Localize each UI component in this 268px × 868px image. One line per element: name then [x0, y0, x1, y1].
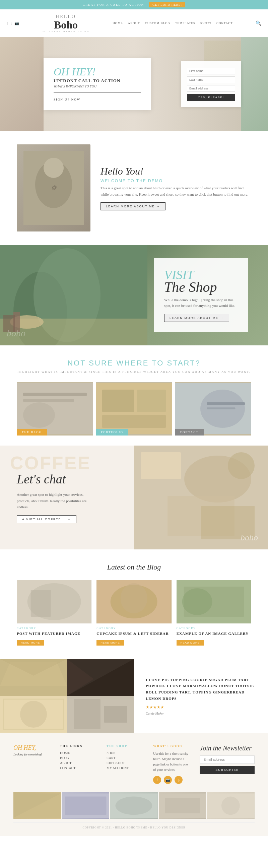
widget-contact-svg: [175, 382, 251, 435]
footer-link-about[interactable]: ABOUT: [60, 761, 96, 765]
widget-blog[interactable]: THE BLOG: [17, 382, 93, 435]
hero-overlay: OH HEY! Upfront call to action WHAT'S IM…: [43, 58, 151, 110]
widget-portfolio-svg: [96, 382, 172, 435]
blog-read-more-2[interactable]: READ MORE: [96, 640, 124, 646]
blog-post-title-2: CUPCAKE IPSUM & LEFT SIDEBAR: [96, 631, 171, 636]
svg-point-37: [182, 588, 212, 615]
nav-shop[interactable]: SHOP▾: [200, 22, 211, 25]
footer-link-contact[interactable]: CONTACT: [60, 766, 96, 770]
blog-grid: CATEGORY POST WITH FEATURED IMAGE READ M…: [17, 580, 251, 646]
testimonial-section: I LOVE PIE TOPPING COOKIE SUGAR PLUM TAR…: [0, 659, 268, 733]
about-image: ✿: [17, 145, 90, 231]
widgets-grid: THE BLOG PORTFOLIO: [17, 382, 251, 435]
testimonial-image-3: [0, 696, 67, 733]
nav-about[interactable]: ABOUT: [128, 22, 140, 25]
lets-chat-section: COFFEE Let's chat Another great spot to …: [0, 445, 268, 550]
site-logo[interactable]: HELLO Boho GO EVERY OTHER THING: [42, 13, 90, 33]
widget-contact[interactable]: CONTACT: [175, 382, 251, 435]
testimonial-author: Candy Maker: [146, 712, 256, 715]
footer-newsletter-col: Join the Newsletter Subscribe: [200, 744, 255, 784]
boho-watermark-chat: boho: [241, 533, 258, 543]
not-sure-section: NOT SURE WHERE TO START? HIGHLIGHT WHAT …: [0, 345, 268, 445]
svg-rect-57: [165, 798, 200, 814]
blog-card-1: CATEGORY POST WITH FEATURED IMAGE READ M…: [17, 580, 91, 646]
nav-contact[interactable]: CONTACT: [216, 22, 233, 25]
about-photo-svg: ✿: [24, 151, 84, 225]
blog-image-1: [17, 580, 91, 623]
footer-checkout-link[interactable]: CHECKOUT: [107, 761, 143, 765]
testimonial-text: I LOVE PIE TOPPING COOKIE SUGAR PLUM TAR…: [146, 677, 256, 702]
footer-thumb-2: [62, 792, 110, 819]
first-name-input[interactable]: [187, 68, 235, 74]
about-content: Hello You! WELCOME TO THE DEMO This is a…: [100, 165, 251, 210]
nav-home[interactable]: HOME: [113, 22, 123, 25]
testimonial-stars: ★★★★★: [146, 705, 256, 710]
banner-text: GREAT FOR A CALL TO ACTION: [83, 3, 144, 6]
banner-cta-button[interactable]: Get Boho Here!: [149, 2, 185, 7]
nav-custom-blog[interactable]: CUSTOM BLOG: [145, 22, 170, 25]
shop-description: While the demo is highlighting the shop …: [164, 297, 238, 309]
blog-read-more-1[interactable]: READ MORE: [17, 640, 44, 646]
svg-rect-16: [102, 390, 134, 412]
blog-read-more-3[interactable]: READ MORE: [177, 640, 204, 646]
newsletter-subscribe-button[interactable]: Subscribe: [200, 766, 255, 774]
search-icon[interactable]: 🔍: [256, 21, 261, 26]
hero-image-right: [241, 37, 268, 131]
logo-hello: HELLO Boho: [42, 13, 90, 30]
widget-portfolio[interactable]: PORTFOLIO: [96, 382, 172, 435]
svg-rect-24: [141, 452, 181, 479]
tl-svg-3: [0, 696, 67, 733]
footer-link-blog[interactable]: BLOG: [60, 756, 96, 760]
blog-post-title-3: EXAMPLE OF AN IMAGE GALLERY: [177, 631, 251, 636]
footer-thumb-3: [110, 792, 158, 819]
blog-svg-1: [17, 580, 91, 623]
nav-social-icons: f t 📷: [7, 21, 19, 26]
shop-section: VISIT The Shop While the demo is highlig…: [0, 245, 268, 345]
shop-learn-more-button[interactable]: LEARN MORE ABOUT ME →: [164, 314, 229, 322]
about-learn-more-button[interactable]: LEARN MORE ABOUT ME →: [100, 203, 166, 210]
last-name-input[interactable]: [187, 76, 235, 83]
newsletter-title: Join the Newsletter: [200, 744, 255, 752]
footer-instagram-icon[interactable]: 📷: [164, 776, 172, 784]
blog-post-title-1: POST WITH FEATURED IMAGE: [17, 631, 91, 636]
svg-point-34: [121, 583, 147, 613]
twitter-icon[interactable]: t: [11, 21, 12, 26]
footer-thumb-svg-5: [207, 792, 255, 819]
logo-tagline: GO EVERY OTHER THING: [42, 30, 90, 33]
nav-links: HOME ABOUT CUSTOM BLOG TEMPLATES SHOP▾ C…: [113, 22, 233, 25]
sign-up-link[interactable]: SIGN UP NOW: [54, 98, 80, 101]
facebook-icon[interactable]: f: [7, 21, 8, 26]
footer-link-home[interactable]: HOME: [60, 751, 96, 755]
svg-rect-53: [65, 797, 106, 815]
about-subtitle: WELCOME TO THE DEMO: [100, 179, 251, 183]
hero-submit-button[interactable]: YES, PLEASE!: [187, 94, 235, 101]
newsletter-email-input[interactable]: [200, 755, 255, 764]
email-input[interactable]: [187, 85, 235, 92]
footer-shop-col: THE SHOP SHOP CART CHECKOUT MY ACCOUNT: [107, 744, 143, 784]
svg-rect-21: [207, 402, 245, 405]
chat-title: Let's chat: [17, 472, 97, 487]
testimonial-image-2: [67, 659, 134, 696]
footer-myaccount-link[interactable]: MY ACCOUNT: [107, 766, 143, 770]
svg-rect-22: [207, 407, 236, 409]
testimonial-content: I LOVE PIE TOPPING COOKIE SUGAR PLUM TAR…: [134, 659, 268, 733]
svg-point-55: [116, 797, 152, 815]
boho-watermark: boho: [7, 328, 26, 339]
footer-pinterest-icon[interactable]: p: [175, 776, 183, 784]
footer-facebook-icon[interactable]: f: [153, 776, 161, 784]
hero-headline: Upfront call to action: [54, 78, 141, 84]
virtual-coffee-button[interactable]: A VIRTUAL COFFEE... →: [17, 515, 77, 523]
footer-thumb-svg-4: [159, 792, 206, 819]
footer-cart-link[interactable]: CART: [107, 756, 143, 760]
footer-oh-hey-col: OH HEY, Looking for something?: [13, 744, 50, 784]
footer-thumb-svg-2: [62, 792, 110, 819]
instagram-icon[interactable]: 📷: [14, 21, 19, 26]
blog-category-2: CATEGORY: [96, 627, 171, 630]
nav-templates[interactable]: TEMPLATES: [175, 22, 195, 25]
footer-shop-link[interactable]: SHOP: [107, 751, 143, 755]
svg-rect-31: [31, 590, 51, 617]
about-section: ✿ Hello You! WELCOME TO THE DEMO This is…: [0, 131, 268, 245]
footer-social-icons: f 📷 p: [153, 776, 189, 784]
widget-contact-image: [175, 382, 251, 435]
footer-top: OH HEY, Looking for something? THE LINKS…: [13, 744, 255, 784]
